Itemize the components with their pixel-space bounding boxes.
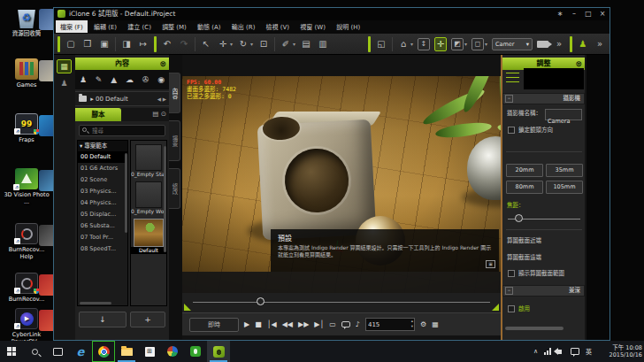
next-frame-button[interactable]: ▶▶ — [298, 314, 309, 335]
marquee-select-icon[interactable]: ◻ — [472, 38, 484, 50]
breadcrumb[interactable]: ▸ 00 Default ◀ ▶ — [75, 91, 169, 106]
playhead-handle[interactable] — [257, 297, 264, 305]
open-project-icon[interactable]: ❒ — [81, 35, 94, 54]
volume-icon[interactable] — [557, 350, 562, 354]
menu-help[interactable]: 說明 (H) — [332, 20, 364, 33]
camera-select-dropdown[interactable]: Camer ▾ — [492, 38, 533, 50]
timeline[interactable] — [182, 293, 501, 312]
options-circle-icon[interactable]: ⊙ — [161, 110, 166, 118]
align-terrain-icon[interactable]: ▥ — [317, 35, 329, 54]
taskbar-app-globe[interactable] — [161, 341, 184, 362]
tree-item[interactable]: 03 Physics... — [78, 186, 127, 197]
actor-dock-icon[interactable]: ♟ — [57, 77, 72, 91]
tree-item[interactable]: 04 Physics... — [78, 197, 127, 209]
expander-icon[interactable]: ▾ — [80, 142, 82, 150]
dock-tab-modify[interactable]: 修改 — [169, 168, 180, 209]
thumb-scrollbar[interactable] — [164, 146, 166, 252]
dock-tab-scene[interactable]: 場景 — [169, 120, 180, 161]
tree-item[interactable]: 08 SpeedT... — [78, 243, 127, 255]
content-dock-icon[interactable]: ▦ — [57, 59, 72, 73]
apply-down-button[interactable]: ↓ — [79, 312, 126, 327]
gizmo-mode-icon[interactable]: ✛ — [434, 37, 447, 51]
dropdown-caret-icon[interactable]: ▾ — [485, 41, 487, 47]
export-icon[interactable]: ↦ — [137, 35, 150, 54]
camera-view-icon[interactable]: ◩ — [451, 38, 464, 50]
minimize-button[interactable]: – — [567, 8, 581, 20]
timeline-track[interactable] — [193, 302, 490, 303]
new-project-icon[interactable]: ▢ — [65, 35, 77, 54]
breadcrumb-nav-icons[interactable]: ◀ ▶ — [157, 92, 166, 106]
audio-note-icon[interactable]: ♪ — [356, 314, 360, 335]
taskbar-clock[interactable]: 下午 10:08 2015/10/16 — [598, 344, 642, 358]
range-end-marker[interactable] — [492, 304, 499, 311]
tree-item[interactable]: 07 Tool Pr... — [78, 232, 127, 243]
home-view-icon[interactable]: ⌂ — [397, 35, 410, 54]
collapse-icon[interactable]: – — [505, 287, 513, 295]
previous-frame-button[interactable]: ◀◀ — [282, 314, 293, 335]
select-tool-icon[interactable]: ↖ — [200, 35, 212, 54]
menu-animation[interactable]: 動態 (A) — [193, 20, 225, 33]
stop-button[interactable]: ■ — [255, 314, 262, 335]
go-to-start-button[interactable]: │◀ — [267, 314, 277, 335]
range-start-marker[interactable] — [184, 304, 191, 311]
tree-header[interactable]: ▾ 專案範本 — [78, 141, 127, 151]
screenshot-icon[interactable]: ◨ — [120, 35, 133, 54]
search-box[interactable] — [79, 125, 165, 136]
menu-window[interactable]: 視窗 (W) — [295, 20, 330, 33]
tree-item[interactable]: 05 Displac... — [78, 209, 127, 220]
frame-spinner[interactable]: ▴ ▾ — [411, 319, 413, 329]
redo-icon[interactable]: ↷ — [178, 35, 190, 54]
undo-icon[interactable]: ↶ — [161, 35, 173, 54]
settings-gear-icon[interactable]: ⚙ — [420, 314, 426, 335]
dock-tab-content[interactable]: 內容 — [169, 73, 180, 113]
tooltip-pin-icon[interactable]: ▣ — [486, 260, 495, 268]
menu-export[interactable]: 輸出 (R) — [227, 20, 260, 33]
actor-category-icon[interactable]: ♟ — [80, 75, 87, 84]
menu-file[interactable]: 檔案 (F) — [56, 20, 88, 33]
realtime-button[interactable]: 即時 — [189, 318, 239, 332]
network-icon[interactable] — [544, 348, 551, 355]
align-tool-icon[interactable]: ▤ — [300, 35, 312, 54]
menu-modify[interactable]: 調整 (M) — [157, 20, 191, 33]
tray-chevron-icon[interactable]: ∧ — [533, 348, 538, 355]
scene-category-icon[interactable]: ▲ — [111, 75, 117, 84]
add-button[interactable]: + — [130, 312, 165, 327]
lens-105mm-button[interactable]: 105mm — [546, 181, 583, 194]
tree-scrollbar[interactable] — [125, 153, 127, 233]
lens-35mm-button[interactable]: 35mm — [546, 164, 583, 177]
template-thumb[interactable]: 0_Empty Sta... — [131, 144, 166, 178]
maximize-button[interactable]: □ — [581, 8, 595, 20]
frame-number-input[interactable] — [368, 319, 405, 330]
actor-tool-icon[interactable]: ♟ — [577, 35, 589, 54]
lens-80mm-button[interactable]: 80mm — [506, 181, 543, 194]
dropdown-caret-icon[interactable]: ▾ — [250, 41, 253, 47]
taskbar-edge[interactable]: e — [69, 341, 92, 362]
camera-section-bar[interactable]: – 攝影機 — [502, 93, 585, 104]
close-button[interactable]: × — [595, 8, 610, 20]
scale-tool-icon[interactable]: ⊡ — [257, 35, 270, 54]
move-tool-icon[interactable]: ✛ — [217, 35, 229, 54]
video-camera-icon[interactable] — [537, 41, 548, 48]
save-project-icon[interactable]: ▣ — [98, 35, 111, 54]
focal-slider-handle[interactable] — [515, 214, 523, 222]
dropdown-caret-icon[interactable]: ▾ — [410, 41, 413, 47]
dropdown-caret-icon[interactable]: ▾ — [230, 41, 233, 47]
dropdown-caret-icon[interactable]: ▾ — [464, 41, 467, 47]
tab-template[interactable]: 腳本 — [75, 108, 121, 121]
collapse-icon[interactable]: – — [505, 95, 513, 103]
taskbar-iclone[interactable] — [207, 341, 230, 362]
stage-mode-icon[interactable]: ↕ — [418, 38, 430, 50]
template-thumb[interactable]: 0_Empty Wo... — [131, 181, 166, 215]
pin-button[interactable]: ∗ — [553, 8, 567, 20]
props-category-icon[interactable]: ◉ — [157, 75, 165, 84]
list-view-icon[interactable]: ▤ — [152, 110, 158, 118]
dof-section-bar[interactable]: – 景深 — [502, 285, 585, 297]
taskbar-chrome[interactable] — [92, 341, 115, 362]
dropdown-caret-icon[interactable]: ▾ — [293, 41, 295, 47]
layout-icon[interactable]: ◱ — [375, 35, 387, 54]
taskbar-file-explorer[interactable] — [115, 341, 138, 362]
adjust-panel-scrollbar[interactable] — [505, 327, 564, 330]
camera-name-field[interactable] — [545, 109, 582, 120]
input-language-indicator[interactable]: 英 — [586, 347, 592, 356]
start-button[interactable] — [0, 341, 23, 362]
